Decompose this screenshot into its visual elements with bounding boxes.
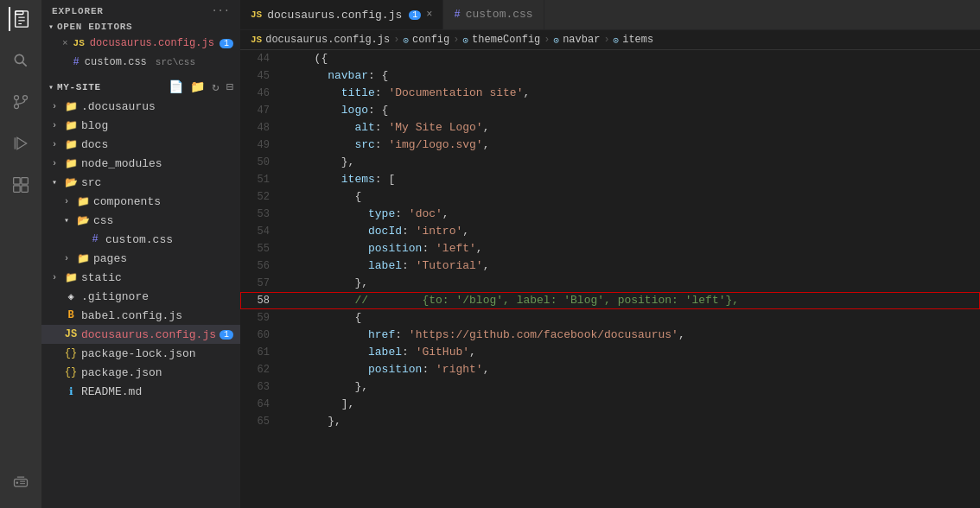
- chevron-docs: ›: [48, 140, 60, 149]
- code-line-56: 56 label: 'Tutorial',: [240, 257, 980, 275]
- tree-item-static[interactable]: › 📁 static: [41, 268, 240, 287]
- svg-point-5: [15, 54, 23, 63]
- docusaurus-filename: docusaurus.config.js: [90, 37, 214, 49]
- collapse-icon[interactable]: ⊟: [226, 79, 233, 94]
- line-num-51: 51: [240, 172, 283, 188]
- tree-item-package-json[interactable]: {} package.json: [41, 363, 240, 382]
- line-num-58: 58: [240, 293, 283, 309]
- open-editors-section[interactable]: ▾ Open Editors: [41, 19, 240, 34]
- code-content-51: items: [: [301, 171, 980, 187]
- label-node-modules: node_modules: [81, 157, 162, 170]
- css-file-icon: #: [88, 233, 102, 245]
- line-num-64: 64: [240, 397, 283, 413]
- tree-item-babel[interactable]: B babel.config.js: [41, 306, 240, 325]
- breadcrumb-navbar[interactable]: navbar: [563, 34, 600, 46]
- line-num-48: 48: [240, 120, 283, 137]
- code-line-53: 53 type: 'doc',: [240, 206, 980, 223]
- code-content-58: // {to: '/blog', label: 'Blog', position…: [301, 292, 980, 308]
- file-tree: › 📁 .docusaurus › 📁 blog › 📁 docs › 📁 no…: [41, 97, 240, 401]
- code-editor[interactable]: 44 ({ 45 navbar: { 46 title: 'Documentat…: [240, 50, 980, 508]
- files-icon[interactable]: [9, 7, 33, 31]
- custom-css-path: src\css: [156, 57, 195, 67]
- folder-icon-components: 📁: [76, 195, 90, 208]
- chevron-css-dir: ▾: [60, 215, 73, 225]
- code-line-50: 50 },: [240, 154, 980, 171]
- readme-icon: ℹ: [64, 385, 78, 398]
- code-line-52: 52 {: [240, 188, 980, 206]
- svg-line-6: [22, 62, 27, 67]
- tree-item-docusaurus-dir[interactable]: › 📁 .docusaurus: [41, 97, 240, 116]
- editor-item-custom-css[interactable]: × # custom.css src\css: [41, 53, 240, 72]
- svg-point-9: [15, 105, 19, 109]
- code-content-50: },: [301, 154, 980, 170]
- breadcrumb-themeconfig[interactable]: themeConfig: [472, 34, 540, 46]
- line-num-52: 52: [240, 189, 283, 206]
- tree-item-blog[interactable]: › 📁 blog: [41, 116, 240, 135]
- breadcrumb-config[interactable]: config: [412, 34, 449, 46]
- tab-badge: 1: [409, 10, 421, 20]
- new-file-icon[interactable]: 📄: [169, 79, 183, 94]
- tree-item-readme[interactable]: ℹ README.md: [41, 382, 240, 401]
- chevron-blog: ›: [48, 121, 60, 130]
- project-name: MY-SITE: [57, 82, 101, 92]
- bc-theme-icon: ⊙: [462, 35, 468, 46]
- tree-item-src[interactable]: ▾ 📂 src: [41, 173, 240, 192]
- explorer-label: EXPLORER: [52, 6, 104, 16]
- label-package-json: package.json: [81, 366, 162, 379]
- git-icon-gitignore: ◈: [64, 290, 78, 303]
- tab-docusaurus-config[interactable]: JS docusaurus.config.js 1 ×: [240, 0, 443, 29]
- chevron-components: ›: [60, 197, 73, 206]
- label-readme: README.md: [81, 385, 142, 398]
- code-line-45: 45 navbar: {: [240, 67, 980, 85]
- label-static: static: [81, 271, 122, 284]
- svg-rect-14: [22, 178, 29, 185]
- label-babel: babel.config.js: [81, 309, 182, 322]
- editor-item-docusaurus[interactable]: × JS docusaurus.config.js 1: [41, 34, 240, 53]
- remote-icon[interactable]: [9, 470, 33, 494]
- bc-sep-1: ›: [393, 34, 399, 46]
- line-num-44: 44: [240, 51, 283, 67]
- tree-item-css-dir[interactable]: ▾ 📂 css: [41, 211, 240, 230]
- tree-item-components[interactable]: › 📁 components: [41, 192, 240, 211]
- refresh-icon[interactable]: ↻: [212, 79, 219, 94]
- label-docusaurus-config: docusaurus.config.js: [81, 328, 216, 341]
- tree-item-docusaurus-config[interactable]: JS docusaurus.config.js 1: [41, 325, 240, 344]
- breadcrumb-file-icon: JS: [251, 35, 262, 45]
- new-folder-icon[interactable]: 📁: [190, 79, 205, 94]
- tree-item-node-modules[interactable]: › 📁 node_modules: [41, 154, 240, 173]
- project-chevron: ▾: [48, 82, 54, 92]
- label-src: src: [81, 176, 101, 189]
- code-line-48: 48 alt: 'My Site Logo',: [240, 119, 980, 137]
- code-line-49: 49 src: 'img/logo.svg',: [240, 137, 980, 154]
- line-num-56: 56: [240, 258, 283, 275]
- project-header[interactable]: ▾ MY-SITE 📄 📁 ↻ ⊟: [41, 75, 240, 97]
- code-line-55: 55 position: 'left',: [240, 240, 980, 257]
- tree-item-gitignore[interactable]: ◈ .gitignore: [41, 287, 240, 306]
- run-icon[interactable]: [9, 131, 33, 156]
- line-num-54: 54: [240, 224, 283, 240]
- search-icon[interactable]: [9, 48, 33, 73]
- tree-item-custom-css[interactable]: # custom.css: [41, 230, 240, 249]
- source-control-icon[interactable]: [9, 90, 33, 114]
- code-content-65: },: [301, 413, 980, 429]
- label-docs: docs: [81, 138, 108, 151]
- tree-item-package-lock[interactable]: {} package-lock.json: [41, 344, 240, 363]
- folder-icon-static: 📁: [64, 271, 78, 284]
- chevron-src: ▾: [48, 177, 60, 187]
- bc-sep-4: ›: [603, 34, 609, 46]
- tree-item-pages[interactable]: › 📁 pages: [41, 249, 240, 268]
- close-docusaurus[interactable]: ×: [62, 38, 68, 48]
- explorer-header: EXPLORER ···: [41, 0, 240, 19]
- label-css-dir: css: [93, 214, 113, 227]
- label-custom-css: custom.css: [105, 233, 173, 246]
- svg-rect-1: [16, 11, 29, 27]
- extensions-icon[interactable]: [9, 173, 33, 197]
- tree-item-docs[interactable]: › 📁 docs: [41, 135, 240, 154]
- tab-close-docusaurus[interactable]: ×: [426, 9, 432, 21]
- breadcrumb-file[interactable]: docusaurus.config.js: [265, 34, 390, 46]
- tab-custom-css[interactable]: # custom.css: [443, 0, 544, 29]
- svg-marker-11: [17, 137, 27, 149]
- label-docusaurus-dir: .docusaurus: [81, 100, 156, 113]
- open-editors-label: Open Editors: [57, 22, 132, 32]
- more-button[interactable]: ···: [211, 5, 230, 17]
